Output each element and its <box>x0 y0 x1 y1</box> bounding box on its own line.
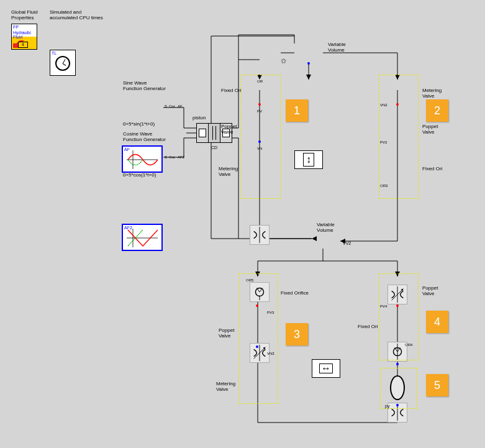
svg-marker-6 <box>312 236 317 241</box>
g2-pv2-tag: PV2 <box>380 140 387 145</box>
g4-or4-tag: OR4 <box>405 343 412 347</box>
vv-top-arrow-icon: ↕ <box>306 154 311 165</box>
group-1-number: 1 <box>286 99 308 122</box>
cos-port-af2: AF2 <box>178 155 184 160</box>
g2-fixed-ori-label: Fixed Ori <box>422 167 442 172</box>
g4-poppet-label: Poppet Valve <box>422 286 438 297</box>
orifice-icon <box>250 226 269 244</box>
cpu-times-block[interactable]: TL <box>50 50 76 76</box>
port-dot <box>258 140 261 143</box>
port-dot <box>396 404 399 406</box>
piston-label: piston <box>193 116 206 121</box>
variable-volume-top[interactable]: ↕ <box>294 150 323 169</box>
tl-tag: TL <box>52 51 57 55</box>
g1-fixed-orifice[interactable] <box>250 225 270 245</box>
port-dot <box>256 304 258 307</box>
g2-poppet-label: Poppet Valve <box>422 124 438 135</box>
vv-top-label: Variable Volume <box>328 42 346 53</box>
g3-metering-label: Metering Valve <box>216 382 235 393</box>
sine-port-out: Out <box>169 104 175 109</box>
sine-wave-icon <box>127 150 158 169</box>
group-1-box <box>241 75 281 199</box>
g4-fixed-ori-label: Fixed Ori <box>358 324 378 330</box>
sine-generator-block[interactable]: AF <box>122 145 163 173</box>
g3-pv3-tag: PV3 <box>267 311 274 315</box>
variable-volume-mid[interactable]: ↔ <box>312 359 340 378</box>
cos-port-out: Out <box>169 155 175 160</box>
fluid-badge: 4 <box>18 42 28 48</box>
g1-poppet-label: Poppet Valve <box>221 124 237 135</box>
star-icon: ✩ <box>281 57 286 65</box>
group-4-box <box>379 273 419 360</box>
group-2-box <box>379 75 419 199</box>
vv2-tag: VV2 <box>343 241 351 246</box>
sine-port-s: S <box>165 104 167 109</box>
group-4-number: 4 <box>426 311 448 333</box>
g1-pv-tag: PV <box>257 109 262 114</box>
group-2-number: 2 <box>426 99 448 122</box>
port-dot <box>307 62 310 65</box>
g2-vn2-tag: VN2 <box>380 103 388 107</box>
g3-vn3-tag: VN3 <box>267 352 274 356</box>
g1-or-tag: OR <box>257 80 263 84</box>
sine-port-af: AF <box>178 104 183 109</box>
group-3-number: 3 <box>286 323 308 345</box>
fp-tag: FP <box>13 25 19 29</box>
port-dot <box>396 363 399 365</box>
piston-cd: CD <box>211 145 217 150</box>
sine-formula: 0+5*sin(1*t+0) <box>123 122 155 127</box>
cos-title: Cosine Wave Function Generator <box>123 132 166 143</box>
sine-title: Sine Wave Function Generator <box>123 81 166 92</box>
g5-py-label: py <box>385 404 389 409</box>
vv-mid-arrow-icon: ↔ <box>321 363 331 374</box>
g2-or3-tag: OR3 <box>380 184 388 188</box>
g1-metering-label: Metering Valve <box>219 167 238 178</box>
g3-fixed-orifice-label: Fixed Orifice <box>281 291 309 296</box>
clock-icon <box>55 56 70 71</box>
svg-marker-4 <box>306 75 311 80</box>
g4-pv4-tag: PV4 <box>380 304 387 309</box>
g1-vn-tag: VN <box>257 147 262 151</box>
cos-port-s: S <box>165 155 167 160</box>
g3-or5-tag: OR5 <box>246 278 253 283</box>
g3-poppet-label: Poppet Valve <box>219 328 234 339</box>
cos-formula: 0+5*cos(1*t+0) <box>123 173 156 178</box>
port-dot <box>256 345 258 348</box>
port-dot <box>258 103 261 106</box>
port-dot <box>396 304 399 307</box>
accumulator-tank[interactable] <box>390 375 405 400</box>
cpu-times-title: Simulated and accumulated CPU times <box>50 10 103 21</box>
global-fluid-title: Global Fluid Properties <box>11 10 38 21</box>
cos-wave-icon <box>127 229 158 247</box>
g2-metering-label: Metering Valve <box>422 88 442 99</box>
vv-mid-label: Variable Volume <box>317 222 335 234</box>
hydraulic-fluid-label: Hydraulic Fluid <box>13 30 31 39</box>
port-dot <box>396 103 399 106</box>
group-3-box <box>238 273 278 404</box>
g1-fixed-ori-label: Fixed Ori <box>221 88 241 94</box>
group-5-number: 5 <box>426 374 448 396</box>
hydraulic-fluid-block[interactable]: FP Hydraulic Fluid 4 <box>11 24 37 50</box>
cos-generator-block[interactable]: AF2 <box>122 224 163 251</box>
